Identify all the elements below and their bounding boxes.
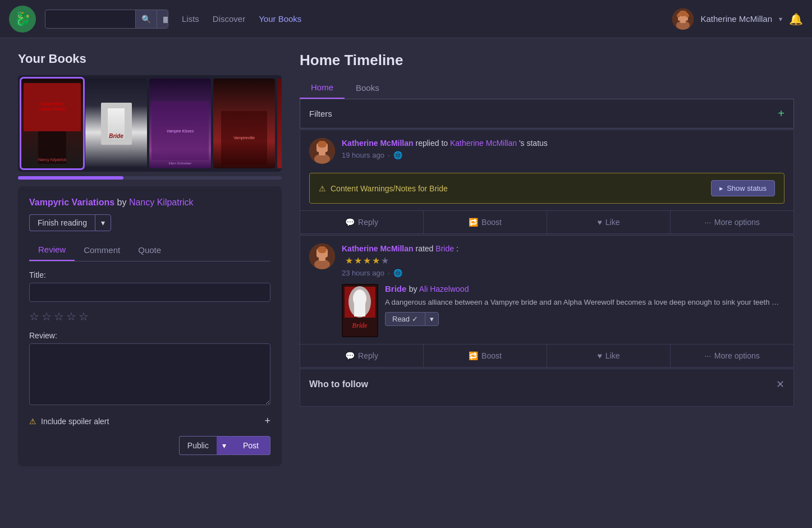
spoiler-label: Include spoiler alert [41,417,109,426]
book-preview-info: Bride by Ali Hazelwood A dangerous allia… [385,284,785,326]
timeline-post-1: Katherine McMillan replied to Katherine … [300,130,794,234]
star-5[interactable]: ☆ [79,310,89,323]
finish-reading-dropdown[interactable]: ▾ [95,214,111,231]
cw-warning-icon: ⚠ [319,184,326,193]
content-warning-box: ⚠ Content Warnings/Notes for Bride ▸ Sho… [309,173,785,204]
post-2-more-button[interactable]: ··· More options [671,345,793,367]
post-2-target[interactable]: Bride [435,244,454,253]
main-layout: Your Books VAMPYRICVARIATIONS Nancy Kilp… [0,38,812,480]
post-2-boost-label: Boost [481,351,502,360]
post-2-globe-icon: 🌐 [393,269,402,277]
app-logo[interactable]: 🐉 [9,6,36,33]
tab-review[interactable]: Review [29,240,75,261]
book-bride[interactable]: Bride [85,79,147,168]
show-status-button[interactable]: ▸ Show status [711,180,775,196]
filters-bar: Filters + [300,99,794,128]
post-1-separator: · [388,151,390,159]
post-2-separator: · [388,269,390,277]
filters-add-button[interactable]: + [778,107,785,120]
post-1-more-button[interactable]: ··· More options [671,211,793,233]
post-1-author[interactable]: Katherine McMillan [342,139,414,148]
nav-right: Katherine McMillan ▾ 🔔 [672,8,803,30]
finish-reading-group: Finish reading ▾ [29,214,111,231]
close-icon: ✕ [776,379,785,390]
who-to-follow: Who to follow ✕ [300,369,794,407]
post-1-boost-button[interactable]: 🔁 Boost [424,211,547,233]
finish-reading-button[interactable]: Finish reading [29,214,95,231]
read-badge: Read ✓ ▾ [385,312,439,326]
tab-quote[interactable]: Quote [129,240,170,261]
book-vamp5[interactable] [277,79,282,168]
cw-left: ⚠ Content Warnings/Notes for Bride [319,184,448,193]
post-1-avatar[interactable] [309,138,335,164]
tab-books[interactable]: Books [345,78,391,99]
nav-link-discover[interactable]: Discover [213,12,245,26]
search-button[interactable]: 🔍 [135,10,157,28]
post-2-avatar-image [309,244,335,269]
post-button[interactable]: Post [232,436,270,455]
star-2[interactable]: ☆ [42,310,52,323]
notifications-button[interactable]: 🔔 [789,12,803,26]
tab-home[interactable]: Home [300,78,345,99]
nav-link-your-books[interactable]: Your Books [259,12,301,26]
search-input[interactable] [45,10,135,28]
post-1-reply-button[interactable]: 💬 Reply [300,211,424,233]
spoiler-add-button[interactable]: + [264,415,270,427]
book-preview-title[interactable]: Bride [385,284,406,293]
svg-rect-3 [680,19,686,23]
reply-icon: 💬 [345,218,355,227]
carousel-scrollbar[interactable] [18,176,282,180]
tab-comment[interactable]: Comment [75,240,129,261]
post-2-header: Katherine McMillan rated Bride : ★ ★ ★ ★… [300,236,793,282]
post-2-reply-button[interactable]: 💬 Reply [300,345,424,367]
star-4[interactable]: ☆ [66,310,76,323]
show-status-arrow: ▸ [719,184,723,192]
post-2-avatar[interactable] [309,244,335,269]
user-name[interactable]: Katherine McMillan [700,14,772,24]
user-dropdown-arrow[interactable]: ▾ [779,15,782,23]
post-2-more-icon: ··· [704,351,711,360]
selected-book-title[interactable]: Vampyric Variations [29,198,114,207]
book-vampire-kisses[interactable]: Vampire Kisses Ellen Schreiber [149,79,211,168]
book-vampireville[interactable]: Vampireville [213,79,275,168]
read-dropdown-arrow: ▾ [430,315,434,323]
finish-dropdown-arrow: ▾ [101,218,105,227]
svg-rect-22 [354,300,365,316]
post-1-target[interactable]: Katherine McMillan [450,139,517,148]
reply-label: Reply [358,218,378,227]
show-status-label: Show status [727,184,767,192]
post-1-actions: 💬 Reply 🔁 Boost ♥ Like ··· More options [300,210,793,233]
timeline-post-2: Katherine McMillan rated Bride : ★ ★ ★ ★… [300,235,794,368]
post-2-action: rated [415,244,435,253]
read-dropdown-button[interactable]: ▾ [425,312,439,326]
svg-rect-6 [686,14,689,17]
nav-link-lists[interactable]: Lists [182,12,199,26]
public-button[interactable]: Public [179,436,217,455]
search-icon: 🔍 [141,15,151,24]
review-textarea[interactable] [29,343,270,405]
timeline-tabs: Home Books [300,78,794,99]
book-preview-author[interactable]: Ali Hazelwood [419,284,469,293]
star-3[interactable]: ☆ [54,310,64,323]
title-input[interactable] [29,283,270,302]
star-1[interactable]: ☆ [29,310,39,323]
avatar[interactable] [672,8,694,30]
post-1-time: 19 hours ago · 🌐 [342,151,785,159]
public-dropdown-button[interactable]: ▾ [217,436,232,455]
review-tabs: Review Comment Quote [29,240,270,261]
post-1-like-button[interactable]: ♥ Like [547,211,671,233]
who-to-follow-close-button[interactable]: ✕ [776,378,785,391]
grid-view-button[interactable]: ▦ [157,10,168,28]
books-carousel: VAMPYRICVARIATIONS Nancy Kilpatrick Brid… [18,75,282,172]
read-button[interactable]: Read ✓ [385,312,425,326]
svg-rect-4 [679,11,687,16]
grid-icon: ▦ [163,15,168,24]
post-2-like-button[interactable]: ♥ Like [547,345,671,367]
selected-book-author[interactable]: Nancy Kilpatrick [129,198,194,207]
book-vampyric-variations[interactable]: VAMPYRICVARIATIONS Nancy Kilpatrick [21,79,83,168]
post-1-avatar-image [309,138,335,164]
post-2-boost-button[interactable]: 🔁 Boost [424,345,547,367]
book-preview-cover[interactable]: Bride [342,284,378,337]
post-2-author[interactable]: Katherine McMillan [342,244,414,253]
book-by-text: by [117,198,129,207]
